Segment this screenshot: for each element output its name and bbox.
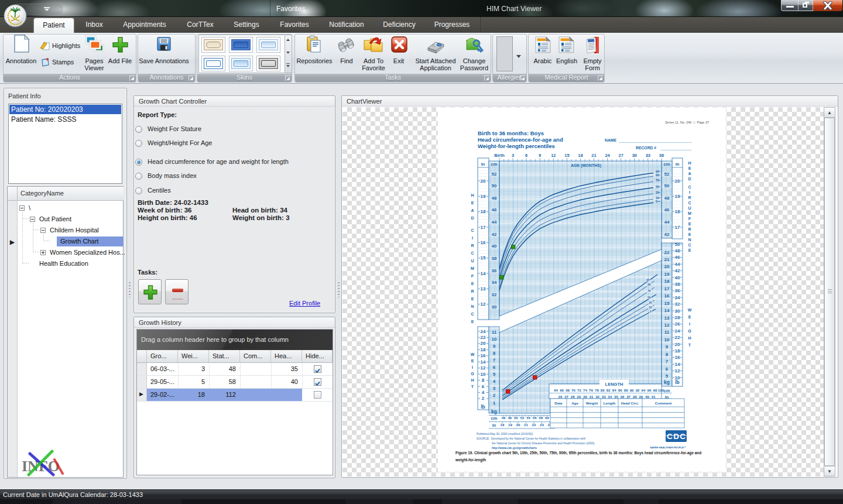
svg-text:2: 2 [493,393,496,398]
svg-text:E: E [688,248,691,252]
svg-text:22: 22 [481,335,486,340]
svg-text:12: 12 [675,368,680,373]
svg-text:2: 2 [482,396,485,401]
svg-text:C: C [688,201,691,205]
svg-text:H: H [688,336,691,340]
svg-text:7: 7 [493,358,496,363]
svg-text:18: 18 [501,423,505,427]
svg-text:25: 25 [649,301,652,304]
svg-text:22: 22 [532,423,536,427]
svg-text:15: 15 [564,153,569,158]
svg-text:the National Center for Chroni: the National Center for Chronic Disease … [492,442,595,445]
svg-text:E: E [471,359,474,363]
svg-text:9: 9 [666,344,669,349]
svg-text:19: 19 [508,423,512,427]
svg-text:21: 21 [591,153,596,158]
svg-text:17: 17 [675,225,680,230]
svg-text:82: 82 [606,388,611,392]
svg-text:75: 75 [647,290,651,293]
svg-text:19: 19 [481,194,486,199]
svg-text:9: 9 [493,344,496,349]
svg-text:14: 14 [481,359,486,365]
svg-text:14: 14 [675,362,680,367]
svg-text:6: 6 [525,153,527,158]
svg-text:46: 46 [664,207,670,212]
svg-text:N: N [471,304,474,308]
svg-text:31: 31 [590,395,594,399]
svg-text:5: 5 [666,373,669,379]
svg-text:90: 90 [630,388,634,392]
svg-text:74: 74 [583,388,587,392]
svg-text:E: E [471,201,474,205]
svg-text:Series 11, No. 246 □ Page 37: Series 11, No. 246 □ Page 37 [665,121,709,124]
svg-text:R: R [471,244,474,248]
svg-text:36: 36 [621,395,625,399]
svg-text:30: 30 [675,308,680,314]
svg-text:Birth to 36 months: Boys: Birth to 36 months: Boys [478,130,544,136]
svg-text:90: 90 [647,283,651,286]
svg-text:G: G [471,372,474,376]
svg-text:in: in [492,423,496,428]
svg-text:5: 5 [656,200,657,203]
svg-text:H: H [471,378,474,382]
svg-text:50: 50 [647,296,651,299]
svg-text:29: 29 [577,395,581,399]
svg-text:in: in [676,162,680,167]
svg-text:NAME: NAME [605,138,616,142]
svg-text:weight-for-length: weight-for-length [455,458,486,462]
svg-text:SAFER·HEALTHIER·PEOPLE™: SAFER·HEALTHIER·PEOPLE™ [650,446,686,449]
svg-text:T: T [688,343,691,347]
svg-text:15: 15 [664,301,670,306]
svg-text:H: H [471,193,474,197]
svg-text:22: 22 [664,250,670,255]
svg-text:48: 48 [508,416,512,420]
svg-text:46: 46 [502,416,506,420]
svg-text:92: 92 [636,388,640,392]
svg-text:24: 24 [675,328,680,334]
svg-text:28: 28 [571,395,575,399]
svg-text:3: 3 [493,386,496,391]
svg-text:E: E [471,320,474,324]
svg-text:7: 7 [666,359,669,364]
svg-text:10: 10 [664,337,670,342]
svg-text:I: I [472,236,473,240]
svg-text:I: I [689,190,690,194]
svg-text:Age: Age [571,401,578,405]
svg-text:18: 18 [578,153,582,158]
svg-text:20: 20 [675,179,680,184]
svg-text:38: 38 [675,282,680,287]
svg-text:M: M [688,211,691,215]
svg-text:32: 32 [675,301,680,307]
svg-text:20: 20 [516,423,520,427]
svg-text:U: U [688,206,691,210]
svg-text:G: G [688,329,691,333]
svg-text:kg: kg [491,409,497,414]
svg-text:3: 3 [512,153,514,158]
svg-text:Comment: Comment [655,401,672,405]
svg-text:94: 94 [642,388,646,392]
svg-text:Published May 30, 2000 (modifi: Published May 30, 2000 (modified 10/16/0… [477,433,533,436]
svg-text:21: 21 [524,423,528,427]
svg-text:R: R [688,227,691,231]
svg-text:cm: cm [491,416,498,421]
svg-text:10: 10 [492,337,497,342]
svg-text:44: 44 [492,220,497,225]
svg-text:48: 48 [492,196,497,201]
svg-text:I: I [689,322,690,326]
svg-text:C: C [688,185,691,189]
svg-text:4: 4 [493,379,496,384]
svg-text:44: 44 [664,220,670,225]
svg-text:W: W [471,352,475,356]
svg-text:10: 10 [649,306,652,309]
svg-text:lb: lb [481,404,485,410]
svg-text:80: 80 [601,388,605,392]
svg-text:13: 13 [664,316,670,321]
svg-text:RECORD #: RECORD # [636,146,656,150]
svg-text:16: 16 [481,240,486,245]
svg-text:5: 5 [493,372,496,377]
svg-text:Birth: Birth [494,153,505,158]
svg-text:34: 34 [675,295,680,300]
svg-text:32: 32 [492,292,497,297]
svg-text:SOURCE: Developed by the Nati: SOURCE: Developed by the National Center… [477,437,585,440]
svg-text:N: N [688,238,691,242]
